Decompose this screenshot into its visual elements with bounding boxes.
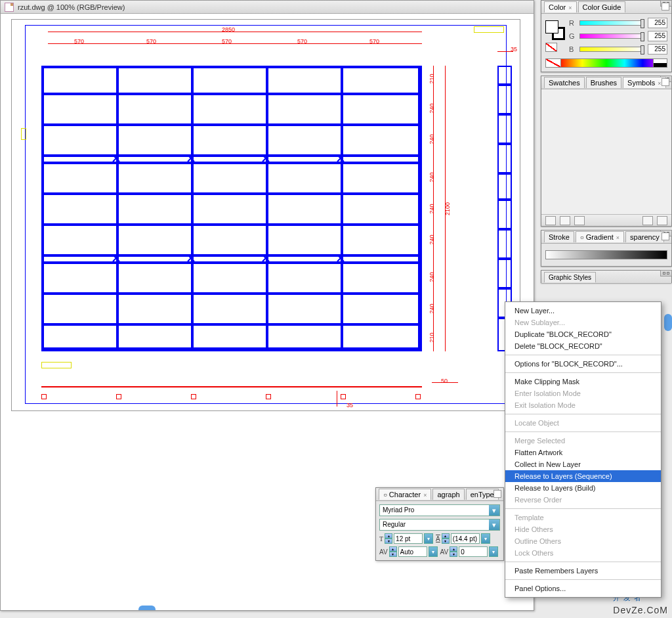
- panel-collapse-icon[interactable]: [660, 270, 672, 276]
- g-value[interactable]: 255: [648, 31, 667, 41]
- font-size-field[interactable]: T ▴▾: [379, 533, 433, 544]
- b-value[interactable]: 255: [648, 44, 667, 55]
- font-size-input[interactable]: [394, 533, 423, 544]
- spinner[interactable]: ▴▾: [450, 546, 457, 557]
- menu-panel-options[interactable]: Panel Options...: [505, 583, 661, 594]
- font-family-select[interactable]: Myriad Pro: [379, 504, 500, 516]
- spinner[interactable]: ▴▾: [389, 546, 397, 557]
- spin-down[interactable]: ▾: [442, 539, 450, 544]
- document-titlebar[interactable]: rzut.dwg @ 100% (RGB/Preview): [1, 1, 534, 14]
- close-icon[interactable]: ×: [616, 234, 620, 241]
- panel-dock: Color× Color Guide R 255: [541, 0, 672, 283]
- menu-release-build[interactable]: Release to Layers (Build): [505, 482, 661, 494]
- kerning-input[interactable]: [398, 546, 427, 557]
- menu-options[interactable]: Options for "BLOCK_RECORD"...: [505, 358, 661, 370]
- kerning-field[interactable]: AV ▴▾: [379, 546, 438, 557]
- close-icon[interactable]: ×: [423, 492, 427, 498]
- tab-color[interactable]: Color×: [544, 1, 577, 12]
- symbols-footer: [541, 214, 671, 226]
- plan-grid: [41, 56, 422, 351]
- panel-menu-icon[interactable]: [662, 232, 669, 240]
- slider-knob[interactable]: [640, 19, 644, 28]
- dropdown-icon[interactable]: [429, 546, 438, 557]
- close-icon[interactable]: ×: [658, 80, 661, 87]
- dropdown-icon[interactable]: [489, 519, 499, 530]
- spin-down[interactable]: ▾: [450, 552, 457, 557]
- menu-delete[interactable]: Delete "BLOCK_RECORD": [505, 340, 661, 352]
- menu-duplicate[interactable]: Duplicate "BLOCK_RECORD": [505, 328, 661, 340]
- menu-paste-remembers[interactable]: Paste Remembers Layers: [505, 565, 661, 577]
- fill-swatch[interactable]: [545, 20, 558, 33]
- artboard: 2850 570 570 570 570 570: [11, 19, 520, 411]
- menu-flatten[interactable]: Flatten Artwork: [505, 447, 661, 458]
- panel-menu-icon[interactable]: [662, 3, 669, 11]
- dropdown-icon[interactable]: [481, 533, 490, 544]
- gradient-bar[interactable]: [545, 250, 667, 259]
- color-panel-body: R 255 G 255 B 255: [541, 14, 671, 72]
- panel-menu-icon[interactable]: [494, 490, 501, 498]
- tab-stroke[interactable]: Stroke: [544, 231, 574, 242]
- tab-symbols[interactable]: Symbols×: [623, 77, 665, 88]
- dropdown-icon[interactable]: [424, 533, 433, 544]
- fill-stroke-swatch[interactable]: [545, 20, 565, 40]
- spin-up[interactable]: ▴: [442, 533, 450, 539]
- dim-line: [48, 32, 422, 32]
- g-slider[interactable]: [579, 33, 644, 39]
- spin-down[interactable]: ▾: [385, 539, 392, 544]
- tab-swatches[interactable]: Swatches: [544, 77, 585, 88]
- leading-input[interactable]: [451, 533, 480, 544]
- delete-symbol-icon[interactable]: [657, 216, 667, 225]
- spinner[interactable]: ▴▾: [442, 533, 450, 544]
- b-slider[interactable]: [579, 47, 644, 52]
- symbol-options-icon[interactable]: [574, 216, 585, 225]
- r-slider[interactable]: [579, 20, 644, 26]
- symbols-body[interactable]: [541, 89, 671, 214]
- dropdown-icon[interactable]: [489, 505, 499, 516]
- menu-locate: Locate Object: [505, 417, 661, 429]
- symbols-panel-tabs: Swatches Brushes Symbols×: [541, 76, 671, 89]
- panel-menu-icon[interactable]: [662, 78, 669, 86]
- menu-collect[interactable]: Collect in New Layer: [505, 458, 661, 470]
- tab-label: Swatches: [549, 79, 580, 87]
- spin-up[interactable]: ▴: [389, 546, 397, 552]
- font-style-select[interactable]: Regular: [379, 519, 500, 531]
- close-icon[interactable]: ×: [568, 5, 572, 11]
- symbols-panel: Swatches Brushes Symbols×: [541, 76, 672, 227]
- tab-gradient[interactable]: ○ Gradient×: [576, 231, 624, 242]
- slider-knob[interactable]: [640, 45, 644, 55]
- tab-graphic-styles[interactable]: Graphic Styles: [544, 272, 596, 282]
- dropdown-icon[interactable]: [489, 546, 498, 557]
- dim-r2: 240: [429, 134, 435, 144]
- tab-character[interactable]: ○ Character×: [379, 489, 431, 500]
- menu-release-sequence[interactable]: Release to Layers (Sequence): [505, 470, 661, 482]
- vertical-scroll-thumb[interactable]: [664, 314, 672, 331]
- tracking-field[interactable]: AV ▴▾: [440, 546, 499, 557]
- tab-color-guide[interactable]: Color Guide: [578, 1, 626, 12]
- menu-new-layer[interactable]: New Layer...: [505, 305, 661, 317]
- dim-line-elev: [432, 382, 458, 383]
- spin-up[interactable]: ▴: [450, 546, 457, 552]
- tab-brushes[interactable]: Brushes: [586, 77, 621, 88]
- spin-down[interactable]: ▾: [389, 552, 397, 557]
- gradient-body: [541, 244, 671, 266]
- dim-r1: 240: [429, 103, 435, 113]
- color-spectrum[interactable]: [545, 58, 667, 68]
- horizontal-scroll-thumb[interactable]: [138, 606, 156, 610]
- cross-marker: [112, 254, 120, 262]
- break-link-icon[interactable]: [560, 216, 570, 225]
- place-symbol-icon[interactable]: [545, 216, 556, 225]
- slider-knob[interactable]: [640, 32, 644, 41]
- none-swatch[interactable]: [545, 43, 557, 52]
- dim-r0: 210: [429, 74, 435, 83]
- tab-paragraph[interactable]: agraph: [432, 489, 464, 500]
- appearance-panel-collapsed[interactable]: Graphic Styles: [541, 270, 672, 283]
- spinner[interactable]: ▴▾: [385, 533, 392, 544]
- menu-clip-mask[interactable]: Make Clipping Mask: [505, 376, 661, 387]
- spin-up[interactable]: ▴: [385, 533, 392, 539]
- leading-field[interactable]: A ▴▾: [436, 533, 490, 544]
- r-label: R: [569, 19, 576, 27]
- tab-transparency[interactable]: sparency: [625, 231, 664, 242]
- r-value[interactable]: 255: [648, 18, 667, 28]
- tracking-input[interactable]: [459, 546, 488, 557]
- new-symbol-icon[interactable]: [642, 216, 653, 225]
